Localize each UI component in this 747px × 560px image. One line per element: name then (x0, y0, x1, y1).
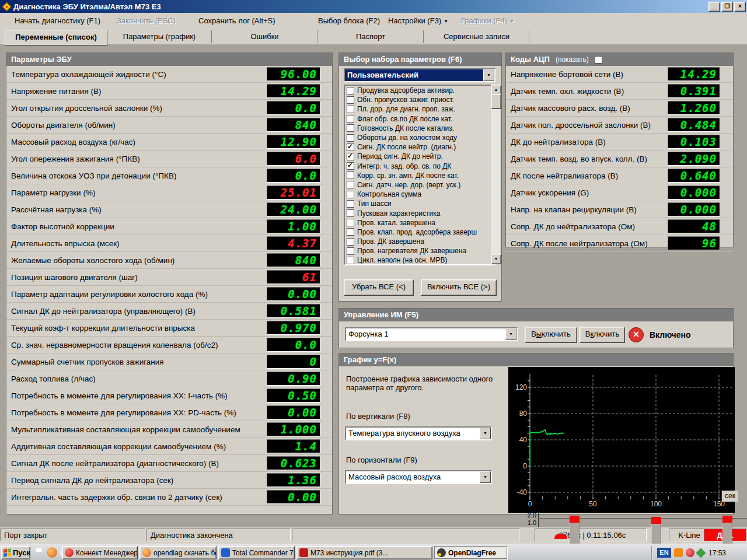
actuator-status: Включено (650, 330, 691, 340)
vertical-axis-combobox[interactable]: Температура впускного воздуха ▼ (345, 426, 492, 440)
ecu-params-panel: Параметры ЭБУ Температура охлаждающей жи… (6, 52, 333, 514)
adc-row: Сопр. ДК после нейтрализатора (Ом) 96 (506, 235, 733, 252)
param-value-lcd: 840 (267, 253, 320, 267)
checkbox[interactable] (347, 96, 354, 104)
param-value-lcd: 4.37 (267, 236, 320, 250)
param-checkbox-item[interactable]: Продувка адсорбера активир. (345, 86, 494, 95)
firefox-icon[interactable] (47, 547, 57, 558)
param-checkbox-item[interactable]: Тип шасси (345, 199, 494, 208)
menu-save-log[interactable]: Сохранить лог (Alt+S) (198, 16, 275, 25)
menu-block-select[interactable]: Выбор блока (F2) (318, 16, 380, 25)
close-button[interactable]: × (734, 2, 746, 12)
checkbox[interactable] (347, 172, 354, 179)
checkbox[interactable] (347, 153, 354, 160)
actuator-on-button[interactable]: Включить (580, 327, 625, 343)
tab-passport[interactable]: Паспорт (318, 30, 424, 43)
java-icon[interactable] (674, 548, 683, 557)
chevron-down-icon[interactable]: ▼ (480, 471, 491, 483)
param-checkbox-item[interactable]: Пл. дор. для диагн. проп. заж. (345, 104, 494, 114)
taskbar-task-button[interactable]: М73 инструкция.pdf (3... (296, 546, 432, 559)
actuator-stop-icon[interactable]: ✕ (629, 327, 644, 342)
param-label: Позиция шагового двигателя (шаг) (6, 273, 267, 282)
checkbox[interactable] (347, 124, 354, 132)
menu-settings[interactable]: Настройки (F3)▼ (388, 16, 448, 25)
checkbox-label: Обороты дв. на холостом ходу (357, 134, 457, 142)
chevron-down-icon[interactable]: ▼ (483, 69, 494, 81)
param-checkbox-item[interactable]: Обн. пропусков зажиг. приост. (345, 95, 494, 104)
scroll-down-icon[interactable]: ▼ (491, 254, 501, 264)
start-button[interactable]: Пуск (1, 546, 30, 559)
param-label: Длительность впрыска (мсек) (6, 239, 267, 248)
taskbar-task-button[interactable]: Коннект Менеджер (62, 546, 138, 559)
param-checkbox-item[interactable]: Обороты дв. на холостом ходу (345, 133, 494, 142)
shield-icon[interactable] (696, 548, 706, 558)
checkbox[interactable] (347, 87, 354, 94)
list-scrollbar[interactable]: ▲ ▼ (491, 85, 500, 264)
param-checkbox-item[interactable]: Цикл. наполн (на осн. МРВ) (345, 256, 494, 265)
checkbox[interactable] (347, 106, 354, 113)
chevron-down-icon[interactable]: ▼ (505, 328, 516, 340)
adc-show-checkbox[interactable] (595, 56, 602, 64)
param-checkbox-item[interactable]: Пров. катал. завершена (345, 218, 494, 228)
checkbox[interactable] (347, 144, 354, 151)
param-checkbox-item[interactable]: Пров. нагревателя ДК завершена (345, 246, 494, 256)
checkbox[interactable] (347, 162, 354, 170)
menu-start-diagnostics[interactable]: Начать диагностику (F1) (15, 16, 100, 25)
param-label: Текущий коэф-т коррекции длительности вп… (6, 324, 267, 332)
param-set-panel: Выбор набора параметров (F6) Пользовател… (338, 52, 502, 302)
checkbox[interactable] (347, 134, 354, 142)
title-bar: Диагностика ЭБУ Итэлма/Автэл М73 Е3 _ ❐ … (0, 0, 747, 13)
tab-parameters-graph[interactable]: Параметры (график) (107, 30, 212, 43)
checkbox[interactable] (347, 257, 354, 264)
param-checkbox-item[interactable]: Сигн. ДК после нейтр. (диагн.) (345, 142, 494, 152)
param-value-lcd: 14.29 (267, 84, 320, 98)
taskbar-task-button[interactable]: OpenDiagFree (434, 546, 508, 559)
param-checkbox-item[interactable]: Интегр. ч. зад. обр. св. по ДК (345, 162, 494, 171)
param-checkbox-item[interactable]: Сигн. датч. нер. дор. (верт. уск.) (345, 180, 494, 190)
tab-variables-list[interactable]: Переменные (список) (5, 30, 107, 46)
checkbox[interactable] (347, 247, 354, 255)
param-row: Ср. знач. неравномерности вращения колен… (6, 337, 332, 354)
checkbox[interactable] (347, 228, 354, 236)
checkbox[interactable] (347, 209, 354, 217)
param-checkbox-item[interactable]: Пров. клап. прод. адсорбера заверш (345, 228, 494, 237)
param-checkbox-list[interactable]: Продувка адсорбера активир. Обн. пропуск… (344, 85, 495, 265)
param-label: Угол открытия дроссельной заслонки (%) (6, 104, 267, 113)
actuator-combobox[interactable]: Форсунка 1 ▼ (345, 327, 518, 341)
checkbox[interactable] (347, 219, 354, 226)
scrollbar-thumb[interactable] (491, 94, 501, 109)
param-checkbox-item[interactable]: Корр. ср. зн. амп. ДК после кат. (345, 171, 494, 180)
param-checkbox-item[interactable]: Контрольная сумма (345, 190, 494, 199)
checkbox[interactable] (347, 115, 354, 123)
task-label: Total Commander 7.02a ... (232, 549, 295, 557)
mini-axis-tick: 1.0 (521, 519, 536, 526)
opera-icon[interactable] (686, 548, 694, 557)
language-indicator[interactable]: EN (657, 548, 671, 558)
param-label: Период сигнала ДК до нейтрализатора (сек… (6, 476, 267, 485)
param-checkbox-item[interactable]: Пусковая характеристика (345, 208, 494, 218)
param-value-lcd: 1.00 (267, 219, 320, 233)
param-checkbox-item[interactable]: Готовность ДК после катализ. (345, 124, 494, 133)
checkbox[interactable] (347, 238, 354, 246)
param-checkbox-item[interactable]: Пров. ДК завершена (345, 237, 494, 246)
taskbar-task-button[interactable]: opendiag скачать беспл... (139, 546, 217, 559)
param-set-combobox[interactable]: Пользовательский ▼ (344, 68, 495, 82)
select-all-button[interactable]: Включить ВСЕ (>) (421, 279, 497, 296)
restore-button[interactable]: ❐ (721, 2, 733, 12)
tab-service-records[interactable]: Сервисные записи (424, 30, 529, 43)
clear-all-button[interactable]: Убрать ВСЕ (<) (344, 279, 414, 296)
checkbox[interactable] (347, 181, 354, 188)
chevron-down-icon[interactable]: ▼ (480, 428, 491, 439)
taskbar-task-button[interactable]: Total Commander 7.02a ... (218, 546, 295, 559)
checkbox-label: Пров. нагревателя ДК завершена (357, 247, 466, 255)
actuator-off-button[interactable]: Выключить (525, 327, 577, 343)
param-checkbox-item[interactable]: Флаг обр. св.по ДК после кат. (345, 114, 494, 124)
minimize-button[interactable]: _ (708, 2, 720, 12)
param-checkbox-item[interactable]: Период сигн. ДК до нейтр. (345, 152, 494, 161)
checkbox[interactable] (347, 200, 354, 208)
actuator-panel: Управление ИМ (F5) Форсунка 1 ▼ Выключит… (338, 308, 734, 348)
x-axis-tick: 100 (647, 500, 665, 508)
checkbox[interactable] (347, 191, 354, 198)
tab-errors[interactable]: Ошибки (212, 30, 317, 43)
horizontal-axis-combobox[interactable]: Массовый расход воздуха ▼ (345, 470, 492, 484)
